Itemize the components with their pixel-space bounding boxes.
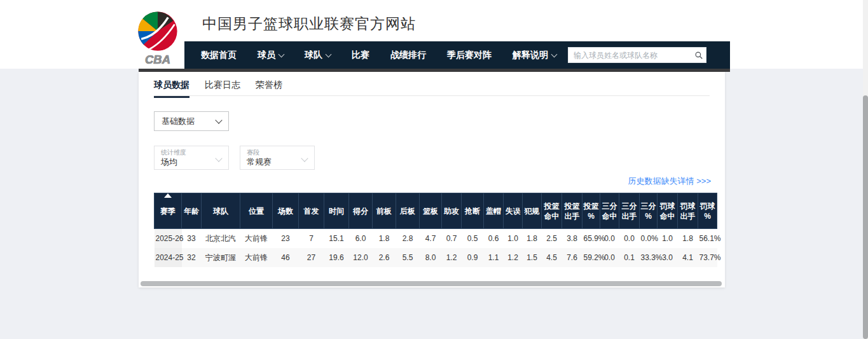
- content-card: 球员数据比赛日志荣誉榜 基础数据 统计维度 场均 赛段 常规赛 历史数据缺失详情…: [139, 72, 725, 287]
- cell: 宁波町渥: [202, 248, 240, 267]
- col-header-assists[interactable]: 助攻: [442, 193, 462, 229]
- nav-item-glossary[interactable]: 解释说明: [513, 50, 556, 61]
- cell: 1.2: [504, 248, 523, 267]
- sort-caret-icon: [164, 193, 172, 198]
- col-header-fg-attempted[interactable]: 投篮出手: [562, 193, 582, 229]
- col-header-team[interactable]: 球队: [202, 193, 240, 229]
- cell: 1.8: [373, 229, 396, 249]
- stage-select[interactable]: 赛段 常规赛: [240, 146, 315, 170]
- cell: 0.1: [619, 248, 640, 267]
- col-header-rebounds[interactable]: 篮板: [420, 193, 442, 229]
- cell: 0.5: [462, 229, 484, 249]
- col-header-minutes[interactable]: 时间: [324, 193, 349, 229]
- cell: 65.9%: [582, 229, 600, 249]
- col-header-ft-pct[interactable]: 罚球%: [698, 193, 717, 229]
- cba-logo[interactable]: CBA: [136, 10, 179, 67]
- col-header-age[interactable]: 年龄: [182, 193, 202, 229]
- col-header-3p-made[interactable]: 三分命中: [600, 193, 619, 229]
- cell: 1.5: [523, 248, 542, 267]
- col-header-3p-attempted[interactable]: 三分出手: [619, 193, 640, 229]
- cell: 2025-26: [155, 229, 182, 249]
- cell: 73.7%: [698, 248, 717, 267]
- page-title: 中国男子篮球职业联赛官方网站: [202, 14, 416, 34]
- cell: 1.2: [442, 248, 462, 267]
- cell: 1.0: [658, 229, 678, 249]
- data-type-select[interactable]: 基础数据: [154, 111, 229, 131]
- history-missing-data-link[interactable]: 历史数据缺失详情 >>>: [628, 176, 711, 187]
- logo-wordmark: CBA: [145, 53, 170, 66]
- cell: 6.0: [349, 229, 373, 249]
- vertical-scrollbar-thumb[interactable]: [863, 95, 868, 339]
- col-header-offensive-rebounds[interactable]: 前板: [373, 193, 396, 229]
- col-header-season[interactable]: 赛季: [155, 193, 182, 229]
- cell: 1.8: [523, 229, 542, 249]
- col-header-3p-pct[interactable]: 三分%: [640, 193, 658, 229]
- stats-table: 赛季年龄球队位置场数首发时间得分前板后板篮板助攻抢断盖帽失误犯规投篮命中投篮出手…: [154, 193, 717, 267]
- main-navbar: 数据首页球员球队比赛战绩排行季后赛对阵解释说明: [184, 41, 730, 69]
- stat-dimension-select[interactable]: 统计维度 场均: [154, 146, 229, 170]
- stage-value: 常规赛: [247, 157, 308, 167]
- nav-item-games[interactable]: 比赛: [352, 50, 369, 61]
- search-box: [568, 47, 706, 63]
- cell: 56.1%: [698, 229, 717, 249]
- cell: 46: [273, 248, 299, 267]
- col-header-fouls[interactable]: 犯规: [523, 193, 542, 229]
- col-header-games[interactable]: 场数: [273, 193, 299, 229]
- chevron-down-icon: [326, 51, 332, 57]
- table-row: 2025-2633北京北汽大前锋23715.16.01.82.84.70.70.…: [155, 229, 717, 249]
- col-header-fg-pct[interactable]: 投篮%: [582, 193, 600, 229]
- col-header-defensive-rebounds[interactable]: 后板: [396, 193, 420, 229]
- cell: 2.8: [396, 229, 420, 249]
- nav-item-standings[interactable]: 战绩排行: [390, 50, 426, 61]
- cell: 1.1: [484, 248, 504, 267]
- cell: 2.5: [542, 229, 562, 249]
- nav-item-data-home[interactable]: 数据首页: [201, 50, 237, 61]
- cell: 0.9: [462, 248, 484, 267]
- cell: 0.0: [619, 229, 640, 249]
- col-header-position[interactable]: 位置: [240, 193, 273, 229]
- col-header-turnovers[interactable]: 失误: [504, 193, 523, 229]
- chevron-down-icon: [215, 116, 222, 123]
- cell: 7: [299, 229, 324, 249]
- cell: 5.5: [396, 248, 420, 267]
- stat-dimension-value: 场均: [161, 157, 222, 167]
- col-header-starts[interactable]: 首发: [299, 193, 324, 229]
- cell: 3.8: [562, 229, 582, 249]
- cell: 4.7: [420, 229, 442, 249]
- data-type-value: 基础数据: [162, 116, 195, 127]
- cell: 大前锋: [240, 229, 273, 249]
- stat-dimension-label: 统计维度: [161, 149, 222, 156]
- stage-label: 赛段: [247, 149, 308, 156]
- site-header: CBA 中国男子篮球职业联赛官方网站 数据首页球员球队比赛战绩排行季后赛对阵解释…: [0, 0, 868, 69]
- chevron-down-icon: [551, 51, 558, 57]
- col-header-ft-made[interactable]: 罚球命中: [658, 193, 678, 229]
- nav-item-teams[interactable]: 球队: [305, 50, 331, 61]
- nav-item-players[interactable]: 球员: [258, 50, 284, 61]
- search-icon[interactable]: [692, 48, 706, 62]
- cell: 4.5: [542, 248, 562, 267]
- cell: 4.1: [678, 248, 698, 267]
- col-header-ft-attempted[interactable]: 罚球出手: [678, 193, 698, 229]
- cell: 2.6: [373, 248, 396, 267]
- horizontal-scrollbar: [141, 281, 722, 286]
- tabs-divider: [154, 95, 710, 96]
- vertical-scrollbar: [863, 0, 868, 339]
- col-header-blocks[interactable]: 盖帽: [484, 193, 504, 229]
- cell: 33.3%: [640, 248, 658, 267]
- cell: 0.7: [442, 229, 462, 249]
- col-header-steals[interactable]: 抢断: [462, 193, 484, 229]
- cell: 0.0%: [640, 229, 658, 249]
- col-header-fg-made[interactable]: 投篮命中: [542, 193, 562, 229]
- search-input[interactable]: [568, 51, 692, 60]
- chevron-down-icon: [279, 51, 285, 57]
- cell: 2024-25: [155, 248, 182, 267]
- cell: 8.0: [420, 248, 442, 267]
- col-header-points[interactable]: 得分: [349, 193, 373, 229]
- cell: 19.6: [324, 248, 349, 267]
- nav-item-playoff-bracket[interactable]: 季后赛对阵: [447, 50, 492, 61]
- cell: 0.6: [484, 229, 504, 249]
- cell: 32: [182, 248, 202, 267]
- cell: 27: [299, 248, 324, 267]
- cell: 59.2%: [582, 248, 600, 267]
- horizontal-scrollbar-thumb[interactable]: [141, 281, 722, 286]
